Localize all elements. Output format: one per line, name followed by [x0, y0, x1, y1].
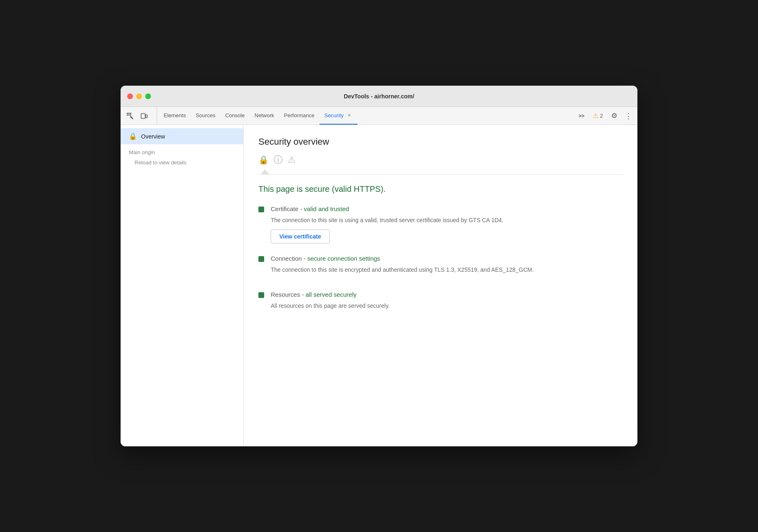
toolbar-right: >> ⚠ 2 ⚙ ⋮	[575, 107, 634, 125]
connection-content: Connection - secure connection settings …	[271, 255, 623, 279]
more-options-button[interactable]: ⋮	[622, 110, 634, 122]
sidebar-overview-label: Overview	[141, 133, 165, 140]
svg-rect-4	[130, 113, 131, 114]
device-toggle-button[interactable]	[138, 110, 150, 122]
resources-dot	[258, 292, 264, 298]
secure-headline: This page is secure (valid HTTPS).	[258, 184, 623, 194]
svg-rect-3	[128, 114, 130, 116]
lock-icon: 🔒	[129, 132, 137, 140]
sidebar-reload-item[interactable]: Reload to view details	[121, 157, 243, 168]
toolbar-icons	[124, 107, 157, 125]
resources-desc: All resources on this page are served se…	[271, 301, 623, 310]
svg-rect-5	[130, 114, 131, 116]
tab-console[interactable]: Console	[220, 107, 250, 125]
main-content: Security overview 🔒 ⓘ ⚠ This page is sec…	[244, 125, 637, 446]
secure-lock-icon[interactable]: 🔒	[258, 155, 269, 165]
svg-rect-7	[146, 115, 147, 118]
titlebar: DevTools - airhorner.com/	[121, 86, 637, 107]
warning-icon: ⚠	[593, 112, 598, 120]
toolbar-spacer	[358, 107, 575, 125]
connection-item: Connection - secure connection settings …	[258, 255, 623, 279]
connection-title: Connection - secure connection settings	[271, 255, 623, 262]
resources-content: Resources - all served securely All reso…	[271, 291, 623, 315]
maximize-button[interactable]	[145, 93, 151, 99]
minimize-button[interactable]	[136, 93, 142, 99]
settings-button[interactable]: ⚙	[608, 110, 620, 122]
certificate-dot	[258, 207, 264, 212]
tab-network[interactable]: Network	[250, 107, 279, 125]
tab-sources[interactable]: Sources	[191, 107, 220, 125]
tab-performance[interactable]: Performance	[279, 107, 319, 125]
svg-rect-2	[127, 114, 128, 116]
window-title: DevTools - airhorner.com/	[344, 93, 414, 100]
warning-badge[interactable]: ⚠ 2	[589, 110, 606, 121]
sidebar: 🔒 Overview Main origin Reload to view de…	[121, 125, 244, 446]
certificate-desc: The connection to this site is using a v…	[271, 216, 623, 225]
certificate-item: Certificate - valid and trusted The conn…	[258, 205, 623, 243]
tab-security[interactable]: Security ✕	[320, 107, 358, 125]
certificate-title: Certificate - valid and trusted	[271, 205, 623, 212]
view-certificate-button[interactable]: View certificate	[271, 230, 330, 243]
page-title: Security overview	[258, 136, 623, 147]
divider	[258, 174, 623, 175]
tab-security-close[interactable]: ✕	[346, 112, 353, 119]
sidebar-main-origin: Main origin	[121, 144, 243, 157]
more-icon: ⋮	[625, 111, 632, 120]
connection-dot	[258, 256, 264, 262]
arrow-indicator	[259, 169, 623, 174]
content-area: 🔒 Overview Main origin Reload to view de…	[121, 125, 637, 446]
more-tabs-button[interactable]: >>	[575, 110, 588, 122]
warning-status-icon[interactable]: ⚠	[288, 155, 296, 165]
connection-desc: The connection to this site is encrypted…	[271, 265, 623, 274]
devtools-window: DevTools - airhorner.com/	[121, 86, 637, 446]
traffic-lights	[127, 93, 151, 99]
gear-icon: ⚙	[611, 111, 617, 120]
svg-rect-0	[127, 113, 128, 114]
sidebar-item-overview[interactable]: 🔒 Overview	[121, 128, 243, 144]
certificate-content: Certificate - valid and trusted The conn…	[271, 205, 623, 243]
resources-item: Resources - all served securely All reso…	[258, 291, 623, 315]
tab-elements[interactable]: Elements	[159, 107, 191, 125]
resources-title: Resources - all served securely	[271, 291, 623, 298]
info-icon[interactable]: ⓘ	[274, 154, 283, 166]
toolbar: Elements Sources Console Network Perform…	[121, 107, 637, 125]
svg-rect-1	[128, 113, 130, 114]
status-icons-row: 🔒 ⓘ ⚠	[258, 154, 623, 166]
close-button[interactable]	[127, 93, 133, 99]
warning-count: 2	[600, 113, 603, 119]
inspect-element-button[interactable]	[124, 110, 136, 122]
svg-rect-6	[141, 114, 145, 118]
